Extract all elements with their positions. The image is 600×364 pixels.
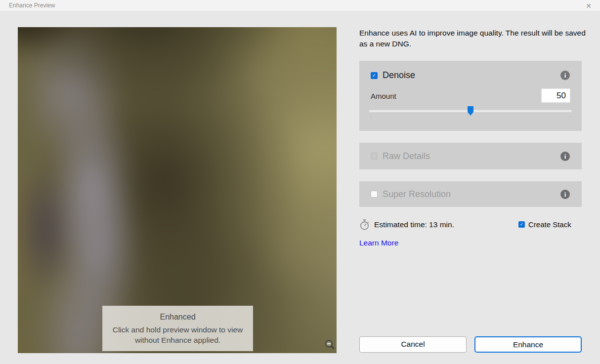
info-icon: i — [564, 72, 566, 79]
slider-tick-max — [570, 116, 570, 118]
dialog-description: Enhance uses AI to improve image quality… — [359, 28, 588, 49]
amount-input[interactable] — [541, 88, 570, 103]
zoom-out-icon — [324, 339, 336, 351]
create-stack-label: Create Stack — [528, 220, 571, 229]
check-icon: ✓ — [520, 222, 524, 227]
enhance-preview-dialog: Enhance Preview ✕ Enhanced Click and hol… — [0, 0, 600, 364]
super-resolution-info-button[interactable]: i — [560, 190, 570, 199]
create-stack-row: ✓ Create Stack — [518, 220, 571, 229]
raw-details-panel: ✓ Raw Details i — [359, 143, 582, 169]
info-icon: i — [564, 153, 566, 160]
overlay-body: Click and hold preview window to view wi… — [107, 324, 249, 345]
cancel-button[interactable]: Cancel — [359, 336, 467, 353]
super-resolution-panel: Super Resolution i — [359, 181, 582, 207]
window-title: Enhance Preview — [9, 2, 55, 9]
preview-photo-blur — [18, 27, 337, 353]
enhance-button[interactable]: Enhance — [474, 336, 582, 353]
estimated-time-text: Estimated time: 13 min. — [374, 220, 454, 229]
super-resolution-checkbox[interactable] — [371, 191, 378, 198]
estimated-time-row: Estimated time: 13 min. — [359, 219, 454, 231]
denoise-header-row: ✓ Denoise i — [371, 70, 570, 81]
check-icon: ✓ — [372, 154, 376, 159]
overlay-title: Enhanced — [103, 313, 253, 322]
preview-image[interactable]: Enhanced Click and hold preview window t… — [18, 27, 337, 353]
stopwatch-icon — [359, 219, 370, 231]
check-icon: ✓ — [372, 73, 376, 78]
super-resolution-label: Super Resolution — [383, 189, 560, 200]
denoise-label: Denoise — [383, 70, 560, 81]
amount-slider[interactable] — [369, 110, 572, 112]
zoom-out-button[interactable] — [324, 339, 336, 351]
learn-more-link[interactable]: Learn More — [359, 239, 398, 247]
info-icon: i — [564, 191, 566, 198]
denoise-info-button[interactable]: i — [560, 71, 570, 80]
raw-details-label: Raw Details — [383, 151, 560, 162]
raw-details-checkbox: ✓ — [371, 153, 378, 160]
close-button[interactable]: ✕ — [581, 0, 596, 11]
close-icon: ✕ — [586, 2, 592, 10]
preview-overlay-tooltip: Enhanced Click and hold preview window t… — [102, 306, 253, 351]
create-stack-checkbox[interactable]: ✓ — [518, 221, 525, 228]
slider-tick-min — [371, 116, 371, 118]
title-bar: Enhance Preview ✕ — [0, 0, 600, 11]
denoise-checkbox[interactable]: ✓ — [371, 72, 378, 79]
raw-details-info-button[interactable]: i — [560, 152, 570, 161]
amount-label: Amount — [371, 92, 396, 100]
